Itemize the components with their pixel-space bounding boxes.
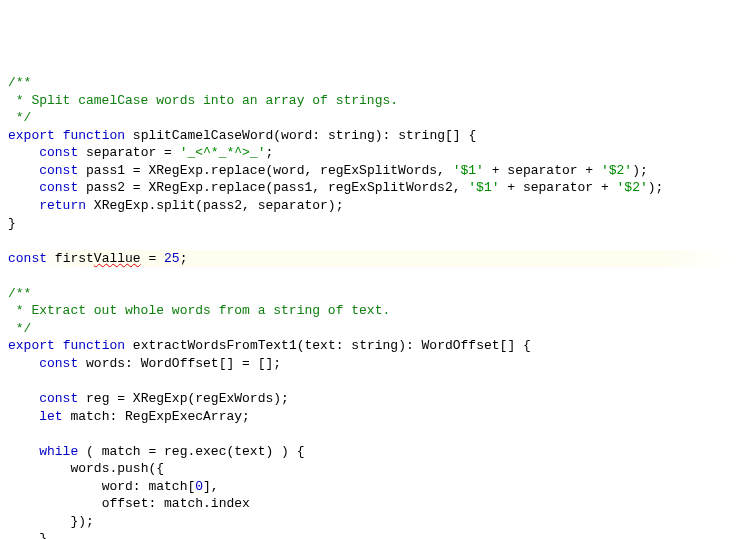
number: 25 — [164, 251, 180, 266]
indent — [8, 391, 39, 406]
spelling-error[interactable]: Vallue — [94, 251, 141, 266]
code-line: * Split camelCase words into an array of… — [8, 92, 737, 110]
keyword-function: function — [63, 338, 125, 353]
identifier: first — [55, 251, 94, 266]
string: '$2' — [601, 163, 632, 178]
code: pass2 = XRegExp.replace(pass1, regExSpli… — [78, 180, 468, 195]
comment: * Extract out whole words from a string … — [8, 303, 390, 318]
keyword-const: const — [39, 163, 78, 178]
space — [55, 338, 63, 353]
code-line: while ( match = reg.exec(text) ) { — [8, 443, 737, 461]
indent — [8, 145, 39, 160]
code-line: export function extractWordsFromText1(te… — [8, 337, 737, 355]
indent — [8, 356, 39, 371]
brace: } — [39, 531, 47, 539]
code-line: /** — [8, 74, 737, 92]
code-editor[interactable]: /** * Split camelCase words into an arra… — [8, 74, 737, 539]
keyword-return: return — [39, 198, 86, 213]
keyword-const: const — [39, 180, 78, 195]
keyword-const: const — [39, 356, 78, 371]
brace: } — [8, 216, 16, 231]
code-line: const separator = '_<^*_*^>_'; — [8, 144, 737, 162]
indent — [8, 163, 39, 178]
code: ); — [632, 163, 648, 178]
code: }); — [70, 514, 93, 529]
code: word: match[ — [102, 479, 196, 494]
keyword-const: const — [39, 391, 78, 406]
code-line: const pass2 = XRegExp.replace(pass1, reg… — [8, 179, 737, 197]
param: text — [305, 338, 336, 353]
code: XRegExp.split(pass2, separator); — [86, 198, 343, 213]
comment: */ — [8, 321, 31, 336]
blank — [8, 426, 16, 441]
string: '$1' — [468, 180, 499, 195]
paren: ) — [375, 128, 383, 143]
keyword-let: let — [39, 409, 62, 424]
code-line — [8, 425, 737, 443]
space — [125, 338, 133, 353]
code-line: } — [8, 215, 737, 233]
code-line: /** — [8, 285, 737, 303]
comment: /** — [8, 286, 31, 301]
indent — [8, 531, 39, 539]
code: pass1 = XRegExp.replace(word, regExSplit… — [78, 163, 452, 178]
string: '$1' — [453, 163, 484, 178]
code: reg = XRegExp(regExWords); — [78, 391, 289, 406]
function-name: splitCamelCaseWord — [133, 128, 273, 143]
keyword-export: export — [8, 128, 55, 143]
code-line: const pass1 = XRegExp.replace(word, regE… — [8, 162, 737, 180]
space — [125, 128, 133, 143]
keyword-while: while — [39, 444, 78, 459]
code: words: WordOffset[] = []; — [78, 356, 281, 371]
indent — [8, 496, 102, 511]
paren: ( — [273, 128, 281, 143]
code-line — [8, 267, 737, 285]
code-line: word: match[0], — [8, 478, 737, 496]
keyword-const: const — [39, 145, 78, 160]
blank — [8, 268, 16, 283]
code: = — [141, 251, 164, 266]
colon: : — [336, 338, 352, 353]
code: separator = — [78, 145, 179, 160]
code: ], — [203, 479, 219, 494]
string: '$2' — [617, 180, 648, 195]
function-name: extractWordsFromText1 — [133, 338, 297, 353]
code-line: const reg = XRegExp(regExWords); — [8, 390, 737, 408]
code-line: export function splitCamelCaseWord(word:… — [8, 127, 737, 145]
comment: */ — [8, 110, 31, 125]
code-line: words.push({ — [8, 460, 737, 478]
number: 0 — [195, 479, 203, 494]
blank — [8, 233, 16, 248]
code-line: } — [8, 530, 737, 539]
code: + separator + — [484, 163, 601, 178]
comment: * Split camelCase words into an array of… — [8, 93, 398, 108]
space — [47, 251, 55, 266]
code: offset: match.index — [102, 496, 250, 511]
brace: { — [515, 338, 531, 353]
keyword-export: export — [8, 338, 55, 353]
comment: /** — [8, 75, 31, 90]
code-line — [8, 372, 737, 390]
type: string — [328, 128, 375, 143]
semi: ; — [180, 251, 188, 266]
code: match: RegExpExecArray; — [63, 409, 250, 424]
code: ( match = reg.exec(text) ) { — [78, 444, 304, 459]
indent — [8, 444, 39, 459]
return-type: WordOffset[] — [422, 338, 516, 353]
code-line: * Extract out whole words from a string … — [8, 302, 737, 320]
paren: ( — [297, 338, 305, 353]
indent — [8, 180, 39, 195]
code-line: */ — [8, 320, 737, 338]
code: ); — [648, 180, 664, 195]
string: '_<^*_*^>_' — [180, 145, 266, 160]
code-line: */ — [8, 109, 737, 127]
brace: { — [461, 128, 477, 143]
code-line: offset: match.index — [8, 495, 737, 513]
code: + separator + — [500, 180, 617, 195]
code: words.push({ — [70, 461, 164, 476]
blank — [8, 373, 16, 388]
colon: : — [312, 128, 328, 143]
code-line: return XRegExp.split(pass2, separator); — [8, 197, 737, 215]
code-line: const words: WordOffset[] = []; — [8, 355, 737, 373]
keyword-const: const — [8, 251, 47, 266]
